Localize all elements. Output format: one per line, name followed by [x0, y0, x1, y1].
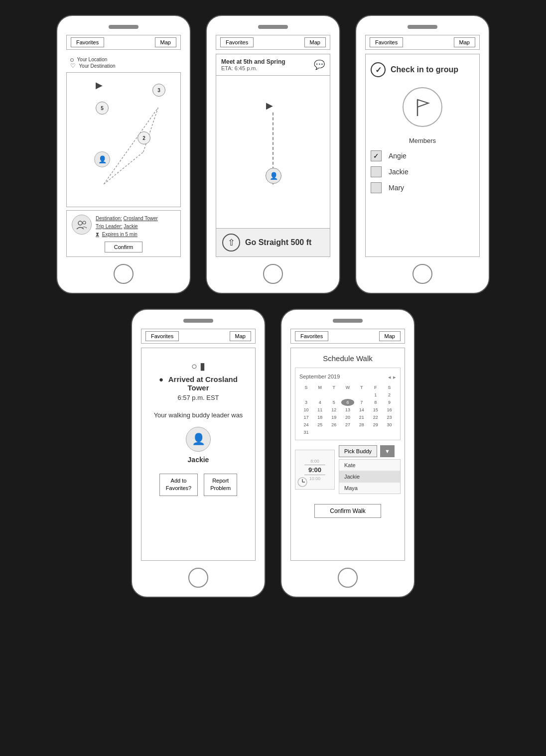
cal-nav-group: ◂ ▸ — [388, 372, 396, 381]
member-checkbox-mary[interactable] — [371, 182, 382, 193]
map-btn-5[interactable]: Map — [379, 331, 401, 341]
trip-leader-row: Trip Leader: Jackie — [96, 223, 175, 231]
info-text: Destination: Crosland Tower Trip Leader:… — [96, 215, 175, 239]
cal-day-23[interactable]: 23 — [383, 414, 396, 421]
cal-day-19[interactable]: 19 — [327, 414, 341, 421]
cal-day-22[interactable]: 22 — [369, 414, 382, 421]
cal-day-2[interactable]: 2 — [383, 391, 396, 398]
cal-day-9[interactable]: 9 — [383, 399, 396, 406]
phone-notch-1 — [109, 25, 138, 29]
direction-text: Go Straight 500 ft — [245, 238, 311, 247]
home-btn-3[interactable] — [412, 264, 432, 284]
cal-day-21[interactable]: 21 — [355, 414, 368, 421]
home-btn-1[interactable] — [114, 264, 134, 284]
cal-day-11[interactable]: 11 — [313, 406, 327, 413]
home-btn-4[interactable] — [188, 568, 208, 588]
buddy-dropdown-arrow-btn[interactable]: ▼ — [380, 445, 395, 457]
pick-buddy-btn[interactable]: Pick Buddy — [339, 445, 377, 457]
cal-day-26[interactable]: 26 — [327, 421, 341, 428]
buddy-item-maya[interactable]: Maya — [339, 483, 400, 494]
buddy-list: Kate Jackie Maya — [339, 459, 401, 494]
cal-empty-2 — [313, 391, 327, 398]
confirm-walk-btn[interactable]: Confirm Walk — [314, 504, 381, 518]
cal-day-4[interactable]: 4 — [313, 399, 327, 406]
favorites-btn-5[interactable]: Favorites — [295, 331, 328, 341]
member-checkbox-jackie[interactable] — [371, 166, 382, 177]
eta-text: ETA: 6:45 p.m. — [221, 65, 285, 71]
nav-map-area: ▶ 👤 — [216, 76, 330, 229]
favorites-btn-4[interactable]: Favorites — [145, 331, 179, 341]
up-arrow-icon: ⇧ — [222, 234, 240, 252]
schedule-title: Schedule Walk — [295, 354, 401, 363]
time-wheel[interactable]: 8:00 9:00 10:00 — [295, 450, 335, 490]
clock-icon — [297, 477, 307, 487]
cal-day-27[interactable]: 27 — [341, 421, 355, 428]
member-row-mary: Mary — [371, 182, 474, 193]
cal-day-10[interactable]: 10 — [299, 406, 313, 413]
svg-point-4 — [83, 221, 86, 224]
row-2: Favorites Map ○ ▮ ● Arrived at Crosland … — [131, 309, 415, 598]
phone-3-content: Favorites Map ✓ Check in to group Member… — [365, 35, 480, 257]
home-btn-2[interactable] — [263, 264, 283, 284]
home-btn-5[interactable] — [338, 568, 358, 588]
cal-day-18[interactable]: 18 — [313, 414, 327, 421]
cal-empty-5 — [355, 391, 368, 398]
buddy-dropdown-section: Pick Buddy ▼ Kate Jackie Maya — [339, 445, 401, 494]
cal-day-12[interactable]: 12 — [327, 406, 341, 413]
nav-map-svg: ▶ — [216, 76, 330, 228]
cal-day-13[interactable]: 13 — [341, 406, 355, 413]
cal-day-17[interactable]: 17 — [299, 414, 313, 421]
report-problem-btn[interactable]: Report Problem — [204, 474, 237, 496]
cal-day-s1: S — [299, 384, 313, 391]
cal-day-24[interactable]: 24 — [299, 421, 313, 428]
your-destination-row: ♡ Your Destination — [70, 62, 177, 69]
cal-day-14[interactable]: 14 — [355, 406, 368, 413]
nav-info-text-block: Meet at 5th and Spring ETA: 6:45 p.m. — [221, 58, 285, 71]
nav-info-bar: Meet at 5th and Spring ETA: 6:45 p.m. 💬 — [216, 54, 330, 76]
map-btn-4[interactable]: Map — [230, 331, 251, 341]
buddy-item-kate[interactable]: Kate — [339, 460, 400, 471]
cal-empty-3 — [327, 391, 341, 398]
buddy-item-jackie[interactable]: Jackie — [339, 471, 400, 483]
leader-avatar: 👤 — [186, 427, 211, 452]
cal-day-29[interactable]: 29 — [369, 421, 382, 428]
phone-3: Favorites Map ✓ Check in to group Member… — [355, 15, 490, 294]
cal-day-5[interactable]: 5 — [327, 399, 341, 406]
confirm-button-1[interactable]: Confirm — [105, 242, 143, 252]
chat-icon[interactable]: 💬 — [314, 59, 325, 70]
phone-2-content: Favorites Map Meet at 5th and Spring ETA… — [216, 35, 330, 257]
map-btn-2[interactable]: Map — [304, 37, 326, 47]
map-btn-3[interactable]: Map — [454, 37, 475, 47]
svg-point-3 — [78, 221, 82, 225]
map-btn-1[interactable]: Map — [155, 37, 176, 47]
cal-day-16[interactable]: 16 — [383, 406, 396, 413]
leader-name: Jackie — [188, 456, 209, 464]
add-favorites-btn[interactable]: Add to Favorites? — [159, 474, 198, 496]
arrived-pin-sym: ● — [159, 375, 163, 383]
favorites-btn-2[interactable]: Favorites — [220, 37, 254, 47]
cal-day-31[interactable]: 31 — [299, 429, 313, 436]
cal-day-30[interactable]: 30 — [383, 421, 396, 428]
phone-2: Favorites Map Meet at 5th and Spring ETA… — [206, 15, 340, 294]
meet-text: Meet at 5th and Spring — [221, 58, 285, 65]
cal-next-btn[interactable]: ▸ — [393, 374, 396, 380]
cal-day-20[interactable]: 20 — [341, 414, 355, 421]
cal-day-t1: T — [327, 384, 341, 391]
member-checkbox-angie[interactable]: ✓ — [371, 150, 382, 161]
cal-prev-btn[interactable]: ◂ — [388, 374, 391, 380]
location-labels-1: Your Location ♡ Your Destination — [66, 54, 181, 72]
cal-day-1[interactable]: 1 — [369, 391, 382, 398]
arrived-title: ● Arrived at Crosland Tower — [147, 375, 249, 392]
favorites-btn-1[interactable]: Favorites — [71, 37, 104, 47]
flag-svg — [412, 97, 432, 117]
cal-day-8[interactable]: 8 — [369, 399, 382, 406]
cal-day-7[interactable]: 7 — [355, 399, 368, 406]
cal-day-28[interactable]: 28 — [355, 421, 368, 428]
member-row-angie: ✓ Angie — [371, 150, 474, 161]
cal-day-25[interactable]: 25 — [313, 421, 327, 428]
favorites-btn-3[interactable]: Favorites — [370, 37, 403, 47]
cal-day-3[interactable]: 3 — [299, 399, 313, 406]
phone-notch-4 — [183, 319, 213, 323]
cal-day-15[interactable]: 15 — [369, 406, 382, 413]
cal-day-6-selected[interactable]: 6 — [341, 399, 355, 406]
